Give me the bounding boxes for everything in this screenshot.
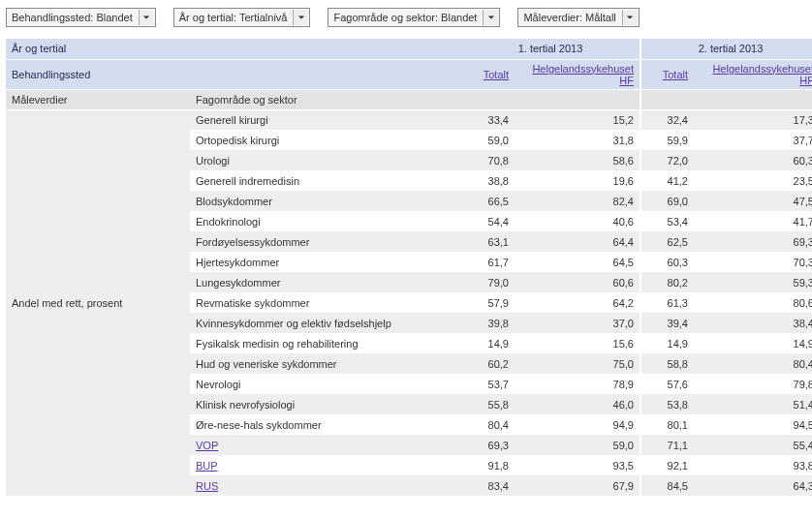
row-label: Generell indremedisin (190, 170, 461, 191)
cell-value: 47,5 (694, 191, 812, 211)
col-totalt-1[interactable]: Totalt (484, 69, 509, 80)
cell-value: 53,8 (640, 394, 694, 414)
cell-value: 75,0 (515, 353, 640, 374)
cell-value: 83,4 (461, 475, 515, 496)
cell-value: 93,5 (515, 455, 640, 475)
row-label: Hjertesykdommer (190, 252, 461, 272)
cell-value: 61,7 (461, 252, 515, 272)
cell-value: 58,6 (515, 150, 640, 170)
cell-value: 60,3 (694, 150, 812, 170)
cell-value: 41,7 (694, 211, 812, 231)
cell-value: 64,2 (515, 292, 640, 313)
row-label: Fysikalsk medisin og rehabilitering (190, 333, 461, 353)
cell-value: 79,0 (461, 272, 515, 292)
filter-maleverdier[interactable]: Måleverdier: Måltall (517, 8, 639, 27)
cell-value: 80,4 (694, 353, 812, 374)
row-label[interactable]: RUS (190, 475, 461, 496)
cell-value: 19,6 (515, 170, 640, 191)
cell-value: 60,3 (640, 252, 694, 272)
col-helgeland-1[interactable]: Helgelandssykehuset HF (532, 63, 634, 86)
cell-value: 94,5 (694, 414, 812, 435)
filter-behandlingssted[interactable]: Behandlingssted: Blandet (6, 8, 156, 27)
header-maleverdier: Måleverdier (6, 89, 190, 109)
cell-value: 64,3 (694, 475, 812, 496)
row-label[interactable]: VOP (190, 435, 461, 455)
cell-value: 17,3 (694, 109, 812, 130)
cell-value: 70,3 (694, 252, 812, 272)
cell-value: 53,4 (640, 211, 694, 231)
cell-value: 37,7 (694, 130, 812, 150)
cell-value: 67,9 (515, 475, 640, 496)
row-label: Endokrinologi (190, 211, 461, 231)
cell-value: 70,8 (461, 150, 515, 170)
row-label: Øre-nese-hals sykdommer (190, 414, 461, 435)
header-period1: 1. tertial 2013 (461, 39, 640, 59)
cell-value: 80,1 (640, 414, 694, 435)
cell-value: 37,0 (515, 313, 640, 333)
cell-value: 82,4 (515, 191, 640, 211)
cell-value: 58,8 (640, 353, 694, 374)
cell-value: 41,2 (640, 170, 694, 191)
cell-value: 53,7 (461, 374, 515, 394)
data-table: År og tertial 1. tertial 2013 2. tertial… (6, 39, 812, 496)
cell-value: 23,5 (694, 170, 812, 191)
cell-value: 59,0 (461, 130, 515, 150)
cell-value: 60,6 (515, 272, 640, 292)
filter-ar-tertial[interactable]: År og tertial: Tertialnivå (173, 8, 311, 27)
cell-value: 38,8 (461, 170, 515, 191)
cell-value: 39,4 (640, 313, 694, 333)
cell-value: 69,3 (694, 231, 812, 252)
cell-value: 15,6 (515, 333, 640, 353)
cell-value: 79,8 (694, 374, 812, 394)
cell-value: 59,0 (515, 435, 640, 455)
header-fagomrade: Fagområde og sektor (190, 89, 461, 109)
row-label: Klinisk nevrofysiologi (190, 394, 461, 414)
cell-value: 31,8 (515, 130, 640, 150)
table-row: Andel med rett, prosentGenerell kirurgi3… (6, 109, 812, 130)
row-label: Nevrologi (190, 374, 461, 394)
col-helgeland-2[interactable]: Helgelandssykehuset HF (712, 63, 812, 86)
cell-value: 51,4 (694, 394, 812, 414)
cell-value: 71,1 (640, 435, 694, 455)
filter-label: År og tertial: Tertialnivå (179, 12, 288, 23)
cell-value: 93,8 (694, 455, 812, 475)
filter-label: Fagområde og sektor: Blandet (333, 12, 477, 23)
filter-fagomrade[interactable]: Fagområde og sektor: Blandet (328, 8, 500, 27)
chevron-down-icon (293, 10, 308, 25)
cell-value: 55,4 (694, 435, 812, 455)
cell-value: 91,8 (461, 455, 515, 475)
cell-value: 32,4 (640, 109, 694, 130)
filter-label: Måleverdier: Måltall (523, 12, 615, 23)
cell-value: 61,3 (640, 292, 694, 313)
filter-bar: Behandlingssted: Blandet År og tertial: … (6, 6, 806, 29)
cell-value: 14,9 (640, 333, 694, 353)
cell-value: 38,4 (694, 313, 812, 333)
row-label: Blodsykdommer (190, 191, 461, 211)
cell-value: 92,1 (640, 455, 694, 475)
header-ar-tertial: År og tertial (6, 39, 461, 59)
cell-value: 66,5 (461, 191, 515, 211)
header-period2: 2. tertial 2013 (640, 39, 812, 59)
cell-value: 72,0 (640, 150, 694, 170)
chevron-down-icon (622, 10, 638, 25)
cell-value: 39,8 (461, 313, 515, 333)
cell-value: 69,0 (640, 191, 694, 211)
row-label[interactable]: BUP (190, 455, 461, 475)
cell-value: 57,6 (640, 374, 694, 394)
cell-value: 15,2 (515, 109, 640, 130)
cell-value: 78,9 (515, 374, 640, 394)
chevron-down-icon (483, 10, 498, 25)
row-label: Revmatiske sykdommer (190, 292, 461, 313)
cell-value: 46,0 (515, 394, 640, 414)
col-totalt-2[interactable]: Totalt (663, 69, 688, 80)
cell-value: 14,9 (461, 333, 515, 353)
cell-value: 62,5 (640, 231, 694, 252)
cell-value: 59,3 (694, 272, 812, 292)
cell-value: 40,6 (515, 211, 640, 231)
cell-value: 54,4 (461, 211, 515, 231)
cell-value: 80,6 (694, 292, 812, 313)
cell-value: 55,8 (461, 394, 515, 414)
cell-value: 57,9 (461, 292, 515, 313)
cell-value: 59,9 (640, 130, 694, 150)
cell-value: 14,9 (694, 333, 812, 353)
